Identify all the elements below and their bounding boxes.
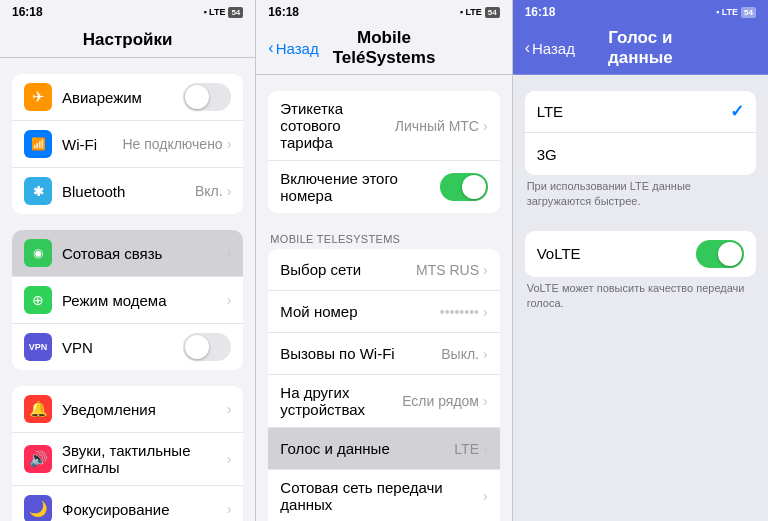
list-item-3g[interactable]: 3G — [525, 133, 756, 175]
lte-checkmark: ✓ — [730, 101, 744, 122]
status-bar-2: 16:18 ▪ LTE 54 — [256, 0, 511, 22]
bluetooth-chevron: › — [227, 183, 232, 199]
vpn-icon: VPN — [24, 333, 52, 361]
other-devices-value: Если рядом — [402, 393, 479, 409]
cellular-label: Сотовая связь — [62, 245, 227, 262]
notifications-icon: 🔔 — [24, 395, 52, 423]
nav-back-2[interactable]: ‹ Назад — [268, 39, 328, 57]
group-notifications: 🔔 Уведомления › 🔊 Звуки, тактильные сигн… — [12, 386, 243, 521]
section-notifications: 🔔 Уведомления › 🔊 Звуки, тактильные сигн… — [0, 378, 255, 521]
status-bar-1: 16:18 ▪ LTE 54 — [0, 0, 255, 22]
hotspot-label: Режим модема — [62, 292, 227, 309]
voice-data-label: Голос и данные — [280, 440, 454, 457]
wifi-icon: 📶 — [24, 130, 52, 158]
nav-bar-2: ‹ Назад Mobile TeléSystems — [256, 22, 511, 75]
list-item-lte[interactable]: LTE ✓ — [525, 91, 756, 133]
vpn-toggle[interactable] — [183, 333, 231, 361]
airplane-icon: ✈ — [24, 83, 52, 111]
list-item-voice-data[interactable]: Голос и данные LTE › — [268, 428, 499, 470]
notifications-label: Уведомления — [62, 401, 227, 418]
tariff-value: Личный МТС — [395, 118, 479, 134]
list-item-network-select[interactable]: Выбор сети MTS RUS › — [268, 249, 499, 291]
volte-toggle[interactable] — [696, 240, 744, 268]
focus-chevron: › — [227, 501, 232, 517]
number-toggle[interactable] — [440, 173, 488, 201]
list-item-sounds[interactable]: 🔊 Звуки, тактильные сигналы › — [12, 433, 243, 486]
wifi-calls-label: Вызовы по Wi-Fi — [280, 345, 441, 362]
wifi-value: Не подключено — [122, 136, 222, 152]
my-number-chevron: › — [483, 304, 488, 320]
voice-group-2: VoLTE — [525, 231, 756, 277]
my-number-value: •••••••• — [440, 304, 479, 320]
sounds-chevron: › — [227, 451, 232, 467]
list-item-hotspot[interactable]: ⊕ Режим модема › — [12, 277, 243, 324]
nav-title-2: Mobile TeléSystems — [328, 28, 439, 68]
list-item-cellular[interactable]: ◉ Сотовая связь › — [12, 230, 243, 277]
voice-section-1: LTE ✓ 3G При использовании LTE данные за… — [513, 83, 768, 215]
data-network-label: Сотовая сеть передачи данных — [280, 479, 483, 513]
status-time-2: 16:18 — [268, 5, 299, 19]
list-item-vpn[interactable]: VPN VPN — [12, 324, 243, 370]
cellular-chevron: › — [227, 245, 232, 261]
settings-scroll[interactable]: ✈ Авиарежим 📶 Wi-Fi Не подключено › ✱ Bl… — [0, 58, 255, 521]
voice-data-value: LTE — [454, 441, 479, 457]
voice-section-2: VoLTE VoLTE может повысить качество пере… — [513, 223, 768, 317]
airplane-toggle[interactable] — [183, 83, 231, 111]
network-select-value: MTS RUS — [416, 262, 479, 278]
list-item-notifications[interactable]: 🔔 Уведомления › — [12, 386, 243, 433]
voice-data-chevron: › — [483, 441, 488, 457]
network-select-chevron: › — [483, 262, 488, 278]
list-item-data-network[interactable]: Сотовая сеть передачи данных › — [268, 470, 499, 521]
voice-scroll[interactable]: LTE ✓ 3G При использовании LTE данные за… — [513, 75, 768, 521]
section-cellular: ◉ Сотовая связь › ⊕ Режим модема › VPN V… — [0, 222, 255, 370]
mobile-panel: 16:18 ▪ LTE 54 ‹ Назад Mobile TeléSystem… — [255, 0, 511, 521]
data-network-chevron: › — [483, 488, 488, 504]
list-item-other-devices[interactable]: На других устройствах Если рядом › — [268, 375, 499, 428]
nav-bar-1: Настройки — [0, 22, 255, 58]
vpn-label: VPN — [62, 339, 183, 356]
volte-label: VoLTE — [537, 245, 696, 262]
status-time-1: 16:18 — [12, 5, 43, 19]
voice-panel: 16:18 ▪ LTE 54 ‹ Назад Голос и данные LT… — [512, 0, 768, 521]
back-label-2: Назад — [276, 40, 319, 57]
cellular-icon: ◉ — [24, 239, 52, 267]
nav-back-3[interactable]: ‹ Назад — [525, 39, 585, 57]
tariff-label: Этикетка сотового тарифа — [280, 100, 395, 151]
3g-label: 3G — [537, 146, 744, 163]
airplane-label: Авиарежим — [62, 89, 183, 106]
nav-title-3: Голос и данные — [585, 28, 696, 68]
wifi-chevron: › — [227, 136, 232, 152]
hotspot-chevron: › — [227, 292, 232, 308]
list-item-wifi-calls[interactable]: Вызовы по Wi-Fi Выкл. › — [268, 333, 499, 375]
group-cellular: ◉ Сотовая связь › ⊕ Режим модема › VPN V… — [12, 230, 243, 370]
status-bar-3: 16:18 ▪ LTE 54 — [513, 0, 768, 22]
other-devices-label: На других устройствах — [280, 384, 402, 418]
nav-bar-3: ‹ Назад Голос и данные — [513, 22, 768, 75]
list-item-focus[interactable]: 🌙 Фокусирование › — [12, 486, 243, 521]
voice-group-1: LTE ✓ 3G — [525, 91, 756, 175]
volte-note: VoLTE может повысить качество передачи г… — [513, 277, 768, 317]
nav-title-1: Настройки — [72, 30, 183, 50]
list-item-bluetooth[interactable]: ✱ Bluetooth Вкл. › — [12, 168, 243, 214]
tariff-chevron: › — [483, 118, 488, 134]
section-network: ✈ Авиарежим 📶 Wi-Fi Не подключено › ✱ Bl… — [0, 66, 255, 214]
sounds-label: Звуки, тактильные сигналы — [62, 442, 227, 476]
list-item-my-number[interactable]: Мой номер •••••••• › — [268, 291, 499, 333]
back-chevron-2: ‹ — [268, 39, 273, 57]
focus-label: Фокусирование — [62, 501, 227, 518]
wifi-calls-value: Выкл. — [441, 346, 479, 362]
list-item-volte[interactable]: VoLTE — [525, 231, 756, 277]
notifications-chevron: › — [227, 401, 232, 417]
bluetooth-label: Bluetooth — [62, 183, 195, 200]
list-item-tariff[interactable]: Этикетка сотового тарифа Личный МТС › — [268, 91, 499, 161]
lte-note: При использовании LTE данные загружаются… — [513, 175, 768, 215]
wifi-calls-chevron: › — [483, 346, 488, 362]
list-item-airplane[interactable]: ✈ Авиарежим — [12, 74, 243, 121]
list-item-wifi[interactable]: 📶 Wi-Fi Не подключено › — [12, 121, 243, 168]
group-network: ✈ Авиарежим 📶 Wi-Fi Не подключено › ✱ Bl… — [12, 74, 243, 214]
other-devices-chevron: › — [483, 393, 488, 409]
network-select-label: Выбор сети — [280, 261, 416, 278]
sounds-icon: 🔊 — [24, 445, 52, 473]
list-item-number-enable[interactable]: Включение этого номера — [268, 161, 499, 213]
mobile-scroll[interactable]: Этикетка сотового тарифа Личный МТС › Вк… — [256, 75, 511, 521]
